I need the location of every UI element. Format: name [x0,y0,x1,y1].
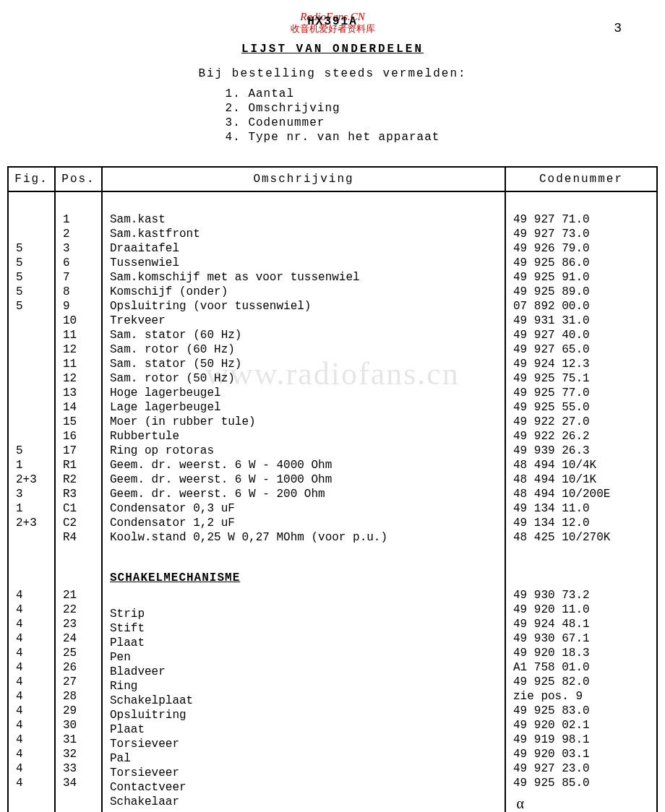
table-row [63,559,97,574]
table-row: A1 758 01.0 [513,660,652,675]
table-row: 49 927 71.0 [513,212,652,227]
table-row: Sam.kastfront [110,227,500,241]
table-row: Schakelplaat [110,694,500,708]
table-row: Sam.kast [110,212,500,227]
table-row: C1 [63,501,97,516]
table-row: 12 [63,371,97,386]
table-row: Condensator 0,3 uF [110,501,500,516]
table-row: 14 [63,400,97,415]
table-row: 25 [63,646,97,660]
table-row: Rubbertule [110,429,500,444]
table-row: Contactveer [110,780,500,795]
table-row: 49 925 77.0 [513,386,652,400]
table-row [16,574,50,588]
page-title: LIJST VAN ONDERDELEN [241,42,424,56]
ord-item: 1. Aantal [226,87,440,101]
table-row: 49 922 26.2 [513,429,652,444]
table-row [16,415,50,429]
table-row: Torsieveer [110,737,500,751]
table-row: 49 925 86.0 [513,256,652,270]
table-row: 29 [63,704,97,718]
col-pos: Pos. [55,167,102,191]
table-row: 49 931 31.0 [513,314,652,328]
table-row: Strip [110,607,500,621]
table-row: Torsieveer [110,766,500,780]
table-row: 23 [63,617,97,631]
desc-cell: Sam.kastSam.kastfrontDraaitafelTussenwie… [102,191,505,812]
table-row: 49 939 26.3 [513,444,652,458]
table-row: 49 924 48.1 [513,617,652,631]
table-row: 49 920 03.1 [513,747,652,761]
table-row: 5 [16,256,50,270]
table-row: 1 [16,501,50,516]
table-row: Draaitafel [110,241,500,256]
table-row: R3 [63,487,97,501]
ord-item: 4. Type nr. van het apparaat [226,130,440,144]
table-row [16,371,50,386]
table-row [16,545,50,559]
ord-item: 3. Codenummer [226,116,440,130]
table-row: 48 494 10/1K [513,472,652,487]
table-row [513,198,652,212]
table-row: 4 [16,776,50,790]
table-row: 17 [63,444,97,458]
subtitle: Bij bestelling steeds vermelden: [7,66,658,81]
table-row: 49 920 11.0 [513,602,652,617]
table-row: 2+3 [16,472,50,487]
table-row: 07 892 00.0 [513,299,652,314]
table-row: Schakelaar [110,795,500,809]
table-row: 2+3 [16,516,50,530]
table-row [16,342,50,357]
table-row: 49 922 27.0 [513,415,652,429]
table-row [16,429,50,444]
table-row: 49 919 98.1 [513,733,652,747]
table-row: Plaat [110,722,500,737]
table-row [110,545,500,559]
table-row [63,198,97,212]
table-row: 6 [63,256,97,270]
table-row: 5 [16,299,50,314]
table-row: 34 [63,776,97,790]
table-row: 4 [16,718,50,733]
col-fig: Fig. [8,167,55,191]
parts-table: Fig. Pos. Omschrijving Codenummer 55555 … [7,166,658,812]
table-row: 3 [63,241,97,256]
table-row [16,328,50,342]
table-row: 49 920 02.1 [513,718,652,733]
ord-item: 2. Omschrijving [226,101,440,116]
col-desc: Omschrijving [102,167,505,191]
table-row: Geem. dr. weerst. 6 W - 200 Ohm [110,487,500,501]
table-row [16,400,50,415]
table-row: 49 925 75.1 [513,371,652,386]
table-row: Condensator 1,2 uF [110,516,500,530]
table-row: 49 930 73.2 [513,588,652,602]
table-row: Ring [110,679,500,694]
table-row: 49 927 40.0 [513,328,652,342]
table-row [16,198,50,212]
table-row: 4 [16,689,50,704]
table-row: Geem. dr. weerst. 6 W - 4000 Ohm [110,458,500,472]
table-row: Bladveer [110,665,500,679]
table-row: 49 925 82.0 [513,675,652,689]
table-row: 48 494 10/200E [513,487,652,501]
table-row: 4 [16,733,50,747]
table-row: Moer (in rubber tule) [110,415,500,429]
table-row: Pal [110,751,500,766]
table-row: 49 927 65.0 [513,342,652,357]
table-row [63,574,97,588]
handwritten-mark-icon: α [517,795,524,812]
table-row: 49 134 12.0 [513,516,652,530]
table-row: 26 [63,660,97,675]
table-row [16,314,50,328]
table-row: 32 [63,747,97,761]
table-row: 49 930 67.1 [513,631,652,646]
table-row: 30 [63,718,97,733]
table-row: 13 [63,386,97,400]
table-row: 4 [16,646,50,660]
table-row: Hoge lagerbeugel [110,386,500,400]
table-row: 8 [63,285,97,299]
table-row: 22 [63,602,97,617]
table-row: 33 [63,761,97,776]
table-row: Geem. dr. weerst. 6 W - 1000 Ohm [110,472,500,487]
table-row: 3 [16,487,50,501]
